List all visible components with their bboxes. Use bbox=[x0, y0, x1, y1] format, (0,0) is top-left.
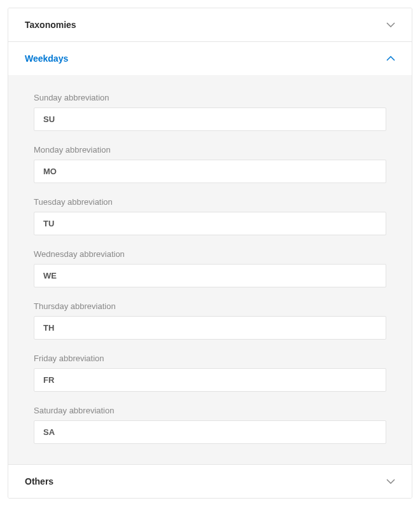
section-weekdays-title: Weekdays bbox=[25, 53, 68, 64]
field-group-saturday: Saturday abbreviation bbox=[34, 406, 386, 444]
label-wednesday: Wednesday abbreviation bbox=[34, 249, 386, 259]
section-weekdays-body: Sunday abbreviation Monday abbreviation … bbox=[8, 75, 412, 464]
label-sunday: Sunday abbreviation bbox=[34, 93, 386, 102]
field-group-tuesday: Tuesday abbreviation bbox=[34, 197, 386, 235]
chevron-down-icon bbox=[386, 477, 395, 486]
section-others-header[interactable]: Others bbox=[8, 465, 412, 498]
section-taxonomies-title: Taxonomies bbox=[25, 20, 76, 30]
label-monday: Monday abbreviation bbox=[34, 145, 386, 155]
input-thursday[interactable] bbox=[34, 316, 386, 340]
field-group-friday: Friday abbreviation bbox=[34, 354, 386, 392]
label-friday: Friday abbreviation bbox=[34, 354, 386, 363]
section-others-title: Others bbox=[25, 476, 53, 486]
section-weekdays-header[interactable]: Weekdays bbox=[8, 42, 412, 75]
accordion-container: Taxonomies Weekdays Sunday abbreviation … bbox=[8, 8, 412, 499]
input-saturday[interactable] bbox=[34, 420, 386, 444]
field-group-thursday: Thursday abbreviation bbox=[34, 301, 386, 340]
field-group-wednesday: Wednesday abbreviation bbox=[34, 249, 386, 287]
input-tuesday[interactable] bbox=[34, 212, 386, 235]
input-wednesday[interactable] bbox=[34, 264, 386, 287]
label-saturday: Saturday abbreviation bbox=[34, 406, 386, 415]
section-others: Others bbox=[8, 465, 412, 498]
chevron-down-icon bbox=[386, 20, 395, 29]
input-sunday[interactable] bbox=[34, 107, 386, 131]
section-taxonomies-header[interactable]: Taxonomies bbox=[8, 8, 412, 41]
chevron-up-icon bbox=[386, 54, 395, 63]
label-tuesday: Tuesday abbreviation bbox=[34, 197, 386, 207]
input-friday[interactable] bbox=[34, 368, 386, 392]
field-group-sunday: Sunday abbreviation bbox=[34, 93, 386, 131]
field-group-monday: Monday abbreviation bbox=[34, 145, 386, 183]
label-thursday: Thursday abbreviation bbox=[34, 301, 386, 311]
section-weekdays: Weekdays Sunday abbreviation Monday abbr… bbox=[8, 42, 412, 465]
section-taxonomies: Taxonomies bbox=[8, 8, 412, 42]
input-monday[interactable] bbox=[34, 160, 386, 183]
